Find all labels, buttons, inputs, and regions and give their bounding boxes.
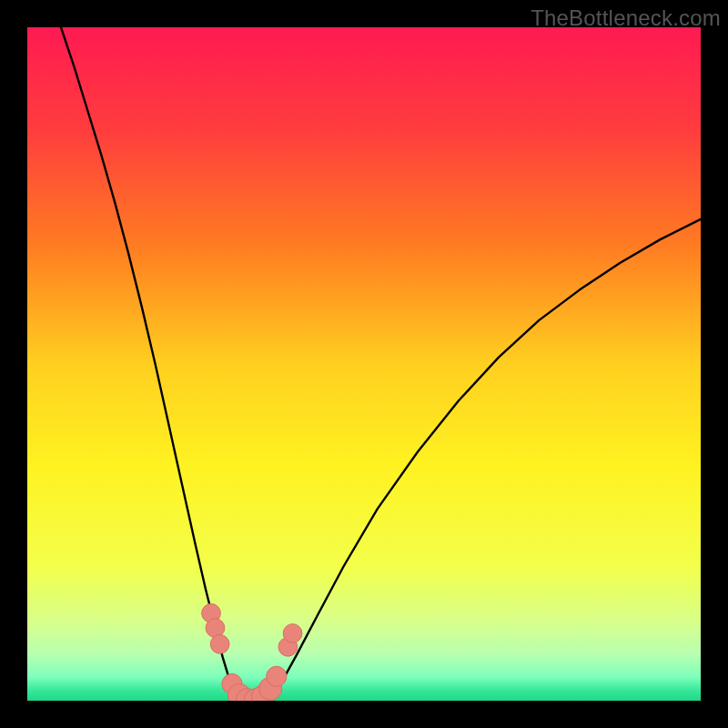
bottleneck-chart bbox=[27, 27, 701, 701]
chart-frame: TheBottleneck.com bbox=[0, 0, 728, 728]
watermark-text: TheBottleneck.com bbox=[531, 5, 721, 31]
gradient-background bbox=[27, 27, 701, 701]
plot-area bbox=[27, 27, 701, 701]
data-marker bbox=[267, 666, 287, 686]
data-marker bbox=[210, 634, 229, 653]
data-marker bbox=[283, 624, 302, 643]
